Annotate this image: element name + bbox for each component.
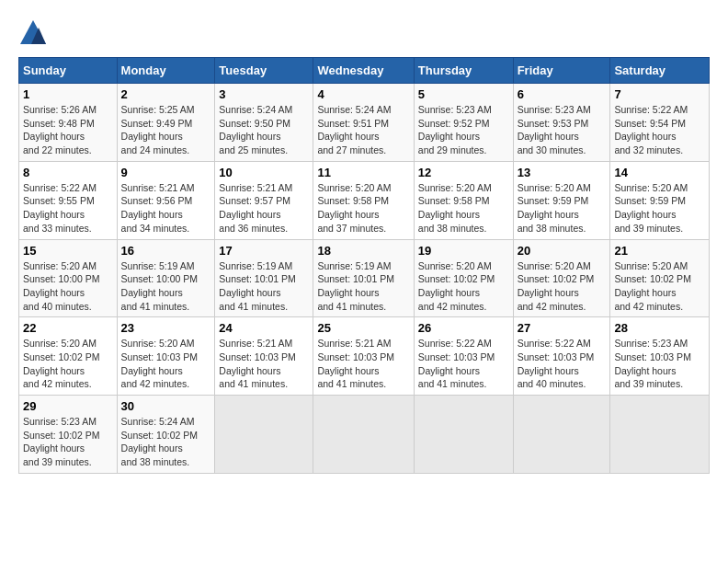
calendar-cell: 1 Sunrise: 5:26 AM Sunset: 9:48 PM Dayli…	[19, 84, 118, 162]
day-number: 9	[121, 166, 211, 179]
day-info: Sunrise: 5:20 AM Sunset: 10:02 PM Daylig…	[614, 259, 705, 314]
calendar-cell: 28 Sunrise: 5:23 AM Sunset: 10:03 PM Day…	[610, 317, 710, 396]
calendar-cell: 2 Sunrise: 5:25 AM Sunset: 9:49 PM Dayli…	[117, 84, 215, 162]
calendar-header: SundayMondayTuesdayWednesdayThursdayFrid…	[19, 58, 710, 84]
calendar-table: SundayMondayTuesdayWednesdayThursdayFrid…	[18, 57, 710, 474]
day-info: Sunrise: 5:21 AM Sunset: 10:03 PM Daylig…	[219, 337, 309, 391]
calendar-cell: 24 Sunrise: 5:21 AM Sunset: 10:03 PM Day…	[215, 317, 313, 396]
day-info: Sunrise: 5:21 AM Sunset: 10:03 PM Daylig…	[317, 337, 409, 391]
day-info: Sunrise: 5:20 AM Sunset: 9:58 PM Dayligh…	[418, 181, 509, 236]
day-info: Sunrise: 5:22 AM Sunset: 10:03 PM Daylig…	[418, 337, 509, 391]
day-info: Sunrise: 5:20 AM Sunset: 10:02 PM Daylig…	[418, 259, 509, 314]
week-row-3: 15 Sunrise: 5:20 AM Sunset: 10:00 PM Day…	[19, 239, 710, 317]
day-number: 13	[518, 166, 607, 179]
day-number: 5	[418, 87, 509, 101]
day-number: 27	[518, 321, 607, 335]
day-number: 12	[418, 166, 509, 179]
calendar-cell: 21 Sunrise: 5:20 AM Sunset: 10:02 PM Day…	[610, 239, 710, 317]
logo-icon	[18, 18, 48, 48]
day-number: 29	[23, 399, 113, 413]
day-number: 28	[614, 321, 705, 335]
day-info: Sunrise: 5:22 AM Sunset: 9:55 PM Dayligh…	[23, 181, 113, 236]
calendar-cell	[313, 396, 414, 474]
day-number: 19	[418, 244, 509, 258]
day-number: 26	[418, 321, 509, 335]
column-header-saturday: Saturday	[610, 58, 710, 84]
day-info: Sunrise: 5:21 AM Sunset: 9:56 PM Dayligh…	[121, 181, 211, 236]
calendar-cell: 10 Sunrise: 5:21 AM Sunset: 9:57 PM Dayl…	[215, 161, 313, 239]
day-info: Sunrise: 5:20 AM Sunset: 10:00 PM Daylig…	[23, 259, 113, 314]
day-number: 2	[121, 87, 211, 101]
logo	[18, 18, 53, 48]
day-number: 21	[614, 244, 705, 258]
day-number: 14	[614, 166, 705, 179]
day-info: Sunrise: 5:19 AM Sunset: 10:01 PM Daylig…	[219, 259, 309, 314]
calendar-cell: 17 Sunrise: 5:19 AM Sunset: 10:01 PM Day…	[215, 239, 313, 317]
day-info: Sunrise: 5:23 AM Sunset: 10:02 PM Daylig…	[23, 415, 113, 469]
day-info: Sunrise: 5:20 AM Sunset: 9:59 PM Dayligh…	[518, 181, 607, 236]
calendar-cell: 27 Sunrise: 5:22 AM Sunset: 10:03 PM Day…	[513, 317, 610, 396]
calendar-cell: 12 Sunrise: 5:20 AM Sunset: 9:58 PM Dayl…	[414, 161, 513, 239]
column-header-monday: Monday	[117, 58, 215, 84]
day-number: 22	[23, 321, 113, 335]
day-number: 8	[23, 166, 113, 179]
day-number: 25	[317, 321, 409, 335]
day-info: Sunrise: 5:20 AM Sunset: 10:02 PM Daylig…	[23, 337, 113, 391]
column-header-friday: Friday	[513, 58, 610, 84]
day-info: Sunrise: 5:19 AM Sunset: 10:00 PM Daylig…	[121, 259, 211, 314]
calendar-cell: 16 Sunrise: 5:19 AM Sunset: 10:00 PM Day…	[117, 239, 215, 317]
calendar-cell	[414, 396, 513, 474]
day-number: 17	[219, 244, 309, 258]
day-info: Sunrise: 5:23 AM Sunset: 9:52 PM Dayligh…	[418, 103, 509, 157]
day-number: 1	[23, 87, 113, 101]
calendar-cell: 20 Sunrise: 5:20 AM Sunset: 10:02 PM Day…	[513, 239, 610, 317]
calendar-cell: 23 Sunrise: 5:20 AM Sunset: 10:03 PM Day…	[117, 317, 215, 396]
day-number: 23	[121, 321, 211, 335]
calendar-cell: 7 Sunrise: 5:22 AM Sunset: 9:54 PM Dayli…	[610, 84, 710, 162]
day-number: 30	[121, 399, 211, 413]
day-number: 3	[219, 87, 309, 101]
calendar-cell: 22 Sunrise: 5:20 AM Sunset: 10:02 PM Day…	[19, 317, 118, 396]
day-number: 20	[518, 244, 607, 258]
calendar-cell: 5 Sunrise: 5:23 AM Sunset: 9:52 PM Dayli…	[414, 84, 513, 162]
calendar-cell: 13 Sunrise: 5:20 AM Sunset: 9:59 PM Dayl…	[513, 161, 610, 239]
column-header-tuesday: Tuesday	[215, 58, 313, 84]
calendar-cell: 9 Sunrise: 5:21 AM Sunset: 9:56 PM Dayli…	[117, 161, 215, 239]
day-info: Sunrise: 5:20 AM Sunset: 10:02 PM Daylig…	[518, 259, 607, 314]
week-row-4: 22 Sunrise: 5:20 AM Sunset: 10:02 PM Day…	[19, 317, 710, 396]
calendar-body: 1 Sunrise: 5:26 AM Sunset: 9:48 PM Dayli…	[19, 84, 710, 474]
day-number: 15	[23, 244, 113, 258]
day-info: Sunrise: 5:20 AM Sunset: 9:59 PM Dayligh…	[614, 181, 705, 236]
day-number: 11	[317, 166, 409, 179]
page-header	[18, 18, 710, 48]
day-info: Sunrise: 5:21 AM Sunset: 9:57 PM Dayligh…	[219, 181, 309, 236]
day-info: Sunrise: 5:23 AM Sunset: 10:03 PM Daylig…	[614, 337, 705, 391]
day-info: Sunrise: 5:23 AM Sunset: 9:53 PM Dayligh…	[518, 103, 607, 157]
day-number: 18	[317, 244, 409, 258]
day-number: 10	[219, 166, 309, 179]
calendar-cell: 19 Sunrise: 5:20 AM Sunset: 10:02 PM Day…	[414, 239, 513, 317]
calendar-cell: 25 Sunrise: 5:21 AM Sunset: 10:03 PM Day…	[313, 317, 414, 396]
week-row-1: 1 Sunrise: 5:26 AM Sunset: 9:48 PM Dayli…	[19, 84, 710, 162]
day-number: 24	[219, 321, 309, 335]
day-number: 4	[317, 87, 409, 101]
calendar-cell: 30 Sunrise: 5:24 AM Sunset: 10:02 PM Day…	[117, 396, 215, 474]
calendar-cell: 18 Sunrise: 5:19 AM Sunset: 10:01 PM Day…	[313, 239, 414, 317]
day-info: Sunrise: 5:20 AM Sunset: 9:58 PM Dayligh…	[317, 181, 409, 236]
day-info: Sunrise: 5:19 AM Sunset: 10:01 PM Daylig…	[317, 259, 409, 314]
day-number: 7	[614, 87, 705, 101]
calendar-cell: 8 Sunrise: 5:22 AM Sunset: 9:55 PM Dayli…	[19, 161, 118, 239]
calendar-cell	[513, 396, 610, 474]
calendar-cell: 3 Sunrise: 5:24 AM Sunset: 9:50 PM Dayli…	[215, 84, 313, 162]
day-info: Sunrise: 5:24 AM Sunset: 9:50 PM Dayligh…	[219, 103, 309, 157]
calendar-cell: 15 Sunrise: 5:20 AM Sunset: 10:00 PM Day…	[19, 239, 118, 317]
day-number: 6	[518, 87, 607, 101]
day-info: Sunrise: 5:24 AM Sunset: 10:02 PM Daylig…	[121, 415, 211, 469]
column-header-sunday: Sunday	[19, 58, 118, 84]
calendar-cell: 6 Sunrise: 5:23 AM Sunset: 9:53 PM Dayli…	[513, 84, 610, 162]
calendar-cell: 4 Sunrise: 5:24 AM Sunset: 9:51 PM Dayli…	[313, 84, 414, 162]
calendar-cell: 11 Sunrise: 5:20 AM Sunset: 9:58 PM Dayl…	[313, 161, 414, 239]
day-info: Sunrise: 5:25 AM Sunset: 9:49 PM Dayligh…	[121, 103, 211, 157]
day-number: 16	[121, 244, 211, 258]
day-info: Sunrise: 5:24 AM Sunset: 9:51 PM Dayligh…	[317, 103, 409, 157]
